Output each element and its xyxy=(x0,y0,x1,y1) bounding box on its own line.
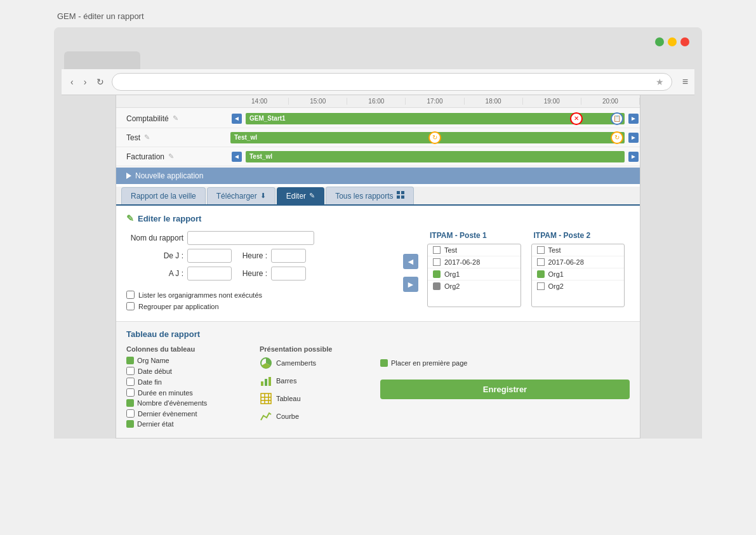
edit-icon-test[interactable]: ✎ xyxy=(144,133,150,142)
gantt-track-test: Test_wl ↻ ↻ ► xyxy=(230,131,640,145)
itpam1-item-org2: Org2 xyxy=(428,281,521,292)
colonnes-label: Colonnes du tableau xyxy=(126,345,241,353)
gantt-icon-orange-1[interactable]: ↻ xyxy=(428,131,441,144)
itpam1-checkbox-date[interactable] xyxy=(433,258,441,266)
col-label-datedebut: Date début xyxy=(138,367,172,375)
tableau-section: Tableau de rapport Colonnes du tableau O… xyxy=(116,321,640,438)
new-application-row[interactable]: Nouvelle application xyxy=(116,168,640,184)
tab-editer[interactable]: Editer ✎ xyxy=(277,187,324,204)
heure-input-1[interactable] xyxy=(271,249,306,263)
edit-icon-comptabilite[interactable]: ✎ xyxy=(173,114,178,122)
menu-icon[interactable]: ≡ xyxy=(682,76,688,88)
heure-label-2: Heure : xyxy=(235,269,267,278)
gantt-row-comptabilite: Comptabilité ✎ ◄ GEM_Start1 ✕ 📋 ► xyxy=(116,109,640,128)
itpam2-label-test: Test xyxy=(548,246,561,254)
time-label-6: 19:00 xyxy=(523,98,581,105)
window-maximize-btn[interactable] xyxy=(655,37,664,46)
bookmark-icon: ★ xyxy=(656,77,664,87)
gantt-icon-orange-2[interactable]: ↻ xyxy=(611,131,623,144)
edit-icon-facturation[interactable]: ✎ xyxy=(168,152,174,161)
svg-rect-6 xyxy=(265,379,267,386)
itpam1-item-test: Test xyxy=(428,244,521,256)
gantt-bar-text-2: Test_wl xyxy=(230,134,261,141)
checkbox-row-2: Regrouper par application xyxy=(126,302,389,310)
pres-label-barres: Barres xyxy=(276,377,296,385)
gantt-arrow-right-3[interactable]: ► xyxy=(628,152,639,162)
window-minimize-btn[interactable] xyxy=(668,37,677,46)
gantt-arrow-left-1[interactable]: ◄ xyxy=(232,114,242,124)
col-item-nbevenements: Nombre d'évènements xyxy=(126,399,241,407)
form-left: Nom du rapport De J : Heure : A J : Heur… xyxy=(126,231,399,314)
gantt-arrow-right-1[interactable]: ► xyxy=(628,114,639,124)
itpam2-title: ITPAM - Poste 2 xyxy=(531,231,625,240)
gantt-bar-text-3: Test_wl xyxy=(246,153,276,160)
checkbox-lister-label: Lister les organigrammes nont exécutés xyxy=(138,291,262,299)
col-checkbox-dernierevenement[interactable] xyxy=(126,409,135,418)
section-title-text: Editer le rapport xyxy=(138,214,201,223)
placer-colorbox xyxy=(380,359,388,367)
back-button[interactable]: ‹ xyxy=(68,76,76,88)
col-item-duree: Durée en minutes xyxy=(126,388,241,397)
heure-input-2[interactable] xyxy=(271,267,306,281)
col-item-dernierevenement: Dernier évènement xyxy=(126,409,241,418)
arrow-right-nav[interactable]: ► xyxy=(403,277,418,292)
a-input[interactable] xyxy=(187,267,232,281)
form-area: ✎ Editer le rapport Nom du rapport De J … xyxy=(116,206,640,321)
address-bar[interactable]: ★ xyxy=(112,73,672,91)
col-colorbox-nbevenements xyxy=(126,399,134,407)
checkbox-regrouper-label: Regrouper par application xyxy=(138,303,219,310)
svg-rect-7 xyxy=(269,377,271,386)
pres-label-courbe: Courbe xyxy=(276,413,299,420)
tab-rapport-veille[interactable]: Rapport de la veille xyxy=(121,187,206,204)
svg-rect-5 xyxy=(261,381,263,386)
refresh-button[interactable]: ↻ xyxy=(94,76,107,88)
itpam-col-1: ITPAM - Poste 1 Test 2017-06-28 Org1 xyxy=(422,231,526,307)
gantt-arrow-left-3[interactable]: ◄ xyxy=(232,152,242,162)
time-label-5: 18:00 xyxy=(465,98,523,105)
nom-label: Nom du rapport xyxy=(126,234,183,242)
col-item-datefin: Date fin xyxy=(126,378,241,386)
itpam2-checkbox-org2[interactable] xyxy=(537,282,545,290)
svg-rect-8 xyxy=(261,393,271,404)
itpam1-checkbox-test[interactable] xyxy=(433,246,441,254)
form-columns: Nom du rapport De J : Heure : A J : Heur… xyxy=(126,231,630,314)
tab-editer-label: Editer xyxy=(286,192,306,201)
itpam2-checkbox-test[interactable] xyxy=(537,246,545,254)
col-checkbox-datefin[interactable] xyxy=(126,378,135,386)
enregistrer-button[interactable]: Enregistrer xyxy=(380,380,630,399)
gantt-area: Comptabilité ✎ ◄ GEM_Start1 ✕ 📋 ► xyxy=(116,108,640,168)
pres-label-tableau: Tableau xyxy=(276,395,301,402)
col-label-dernieretat: Dernier état xyxy=(137,420,173,428)
browser-window: ‹ › ↻ ★ ≡ 14:00 15:00 16:00 17:00 18:00 … xyxy=(54,27,702,439)
new-app-label: Nouvelle application xyxy=(135,171,203,180)
checkbox-regrouper[interactable] xyxy=(126,302,135,310)
browser-nav-bar: ‹ › ↻ ★ ≡ xyxy=(62,69,694,95)
tab-telecharger[interactable]: Télécharger ⬇ xyxy=(207,187,275,204)
gantt-icon-blue[interactable]: 📋 xyxy=(611,112,623,125)
browser-content: 14:00 15:00 16:00 17:00 18:00 19:00 20:0… xyxy=(116,95,640,439)
itpam1-label-test: Test xyxy=(444,246,457,254)
browser-tab[interactable] xyxy=(64,51,140,69)
col-item-dernieretat: Dernier état xyxy=(126,420,241,428)
nom-input[interactable] xyxy=(187,231,314,245)
itpam-col-2: ITPAM - Poste 2 Test 2017-06-28 Org1 xyxy=(526,231,630,307)
col-checkbox-datedebut[interactable] xyxy=(126,367,135,375)
itpam1-label-date: 2017-06-28 xyxy=(444,258,480,266)
de-label: De J : xyxy=(126,251,183,260)
svg-rect-3 xyxy=(401,195,404,199)
col-label-orgname: Org Name xyxy=(137,357,169,364)
gantt-icon-red[interactable]: ✕ xyxy=(570,112,583,125)
forward-button[interactable]: › xyxy=(81,76,90,88)
col-colorbox-dernieretat xyxy=(126,420,134,428)
itpam2-checkbox-date[interactable] xyxy=(537,258,545,266)
arrow-left-nav[interactable]: ◄ xyxy=(403,254,418,269)
itpam2-label-org1: Org1 xyxy=(548,270,564,278)
de-input[interactable] xyxy=(187,249,232,263)
grid-icon xyxy=(397,191,404,201)
window-close-btn[interactable] xyxy=(680,37,689,46)
gantt-arrow-right-2[interactable]: ► xyxy=(628,133,639,143)
form-center-arrows: ◄ ► xyxy=(399,231,422,296)
tab-tous-rapports[interactable]: Tous les rapports xyxy=(326,187,413,204)
checkbox-lister[interactable] xyxy=(126,291,135,299)
col-checkbox-duree[interactable] xyxy=(126,388,135,397)
